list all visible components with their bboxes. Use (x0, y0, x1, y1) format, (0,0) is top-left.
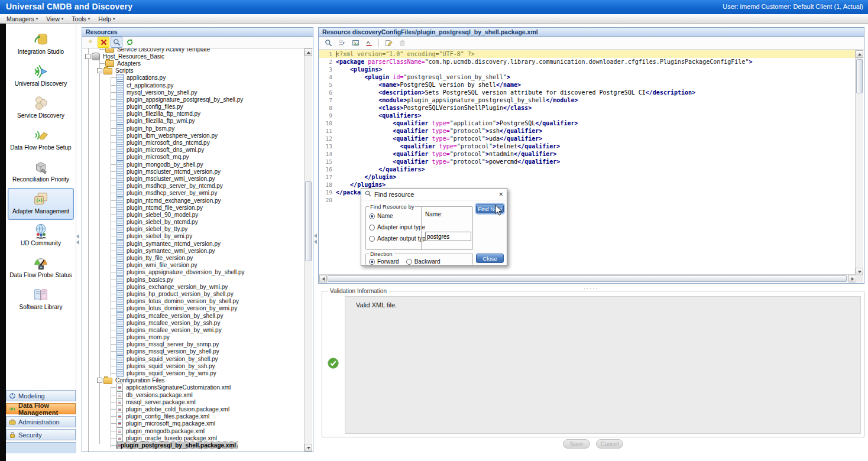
tree-item-plugin-appsignature-postgresql-by-shell-py[interactable]: plugin_appsignature_postgresql_by_shell.… (83, 96, 305, 103)
sidebar-item-adapter-management[interactable]: Adapter Management (8, 188, 74, 220)
tree-item-plugin-oracle-tuxedo-package-xml[interactable]: plugin_oracle_tuxedo.package.xml (83, 434, 305, 441)
tree-item-plugin-mscluster-ntcmd-version-py[interactable]: plugin_mscluster_ntcmd_version.py (83, 168, 305, 175)
tree-item-plugin-microsoft-mq-package-xml[interactable]: plugin_microsoft_mq.package.xml (83, 420, 305, 427)
radio-option-name[interactable]: Name (369, 210, 429, 222)
scroll-down-icon[interactable] (305, 444, 312, 452)
collapse-expander-icon[interactable]: - (85, 54, 90, 59)
code-hscrollbar-thumb[interactable] (328, 275, 847, 282)
scroll-up-icon[interactable] (856, 50, 863, 58)
tree-item-plugins-squid-version-by-wmi-py[interactable]: plugins_squid_version_by_wmi.py (83, 369, 305, 376)
tree-item-configuration-files[interactable]: -Configuration Files (83, 377, 305, 384)
tree-item-plugins-mcafee-version-by-shell-py[interactable]: plugins_mcafee_version_by_shell.py (83, 312, 305, 319)
tree-item-plugin-config-files-py[interactable]: plugin_config_files.py (83, 103, 305, 111)
tree-item-plugins-lotus-domino-version-by-wmi-py[interactable]: plugins_lotus_domino_version_by_wmi.py (83, 305, 305, 312)
tree-item-service-discovery-activity-template[interactable]: Service Discovery Activity Template (83, 48, 305, 53)
radio-forward[interactable] (369, 259, 375, 265)
code-line[interactable]: 6 <description>Sets PostgreSQL version a… (319, 89, 856, 96)
scroll-left-icon[interactable] (319, 275, 327, 283)
radio-option-forward[interactable]: Forward (369, 256, 399, 267)
goto-line-button[interactable] (336, 37, 348, 48)
radio-name[interactable] (369, 213, 375, 219)
tree-item-host-resources-basic[interactable]: -Host_Resources_Basic (83, 53, 305, 60)
sidebar-item-data-flow-probe-setup[interactable]: Data Flow Probe Setup (8, 124, 74, 156)
tree-item-plugin-wmi-file-version-py[interactable]: plugin_wmi_file_version.py (83, 262, 305, 269)
scroll-up-icon[interactable] (305, 48, 312, 56)
tree-item-plugin-adobe-cold-fusion-package-xml[interactable]: plugin_adobe_cold_fusion.package.xml (83, 405, 305, 413)
sidebar-item-ud-community[interactable]: UD Community (8, 220, 74, 252)
tree-item-plugin-postgresql-by-shell-package-xml[interactable]: plugin_postgresql_by_shell.package.xml (83, 441, 305, 449)
cancel-button[interactable]: Cancel (596, 439, 623, 449)
view-as-image-button[interactable] (349, 37, 361, 48)
code-line[interactable]: 12 <qualifier type="protocol">uda</quali… (319, 135, 856, 142)
code-line[interactable]: 4 <plugin id="postgresql_version_by_shel… (319, 73, 856, 81)
tree-item-adapters[interactable]: Adapters (83, 60, 305, 67)
save-button[interactable]: Save (563, 439, 590, 449)
sidebar-item-integration-studio[interactable]: Integration Studio (8, 28, 74, 60)
close-icon[interactable]: × (498, 190, 503, 198)
tree-item-plugins-hp-product-version-by-shell-py[interactable]: plugins_hp_product_version_by_shell.py (83, 290, 305, 297)
collapse-expander-icon[interactable]: - (97, 68, 102, 73)
tree-item-plugin-config-files-package-xml[interactable]: plugin_config_files.package.xml (83, 413, 305, 420)
tree-item-plugin-microsoft-mq-py[interactable]: plugin_microsoft_mq.py (83, 154, 305, 161)
tree-item-plugin-tty-file-version-py[interactable]: plugin_tty_file_version.py (83, 254, 305, 261)
tree-scrollbar[interactable] (304, 48, 312, 452)
tree-item-plugin-siebel-by-ntcmd-py[interactable]: plugin_siebel_by_ntcmd.py (83, 219, 305, 226)
tree-item-plugins-mssql-server-by-snmp-py[interactable]: plugins_mssql_server_by_snmp.py (83, 341, 305, 348)
tree-item-plugin-mscluster-wmi-version-py[interactable]: plugin_mscluster_wmi_version.py (83, 175, 305, 182)
refresh-button[interactable] (124, 37, 135, 48)
tree-item-plugins-squid-version-by-shell-py[interactable]: plugins_squid_version_by_shell.py (83, 355, 305, 362)
sidebar-item-service-discovery[interactable]: Service Discovery (8, 92, 74, 124)
tree-item-plugin-ntcmd-file-version-py[interactable]: plugin_ntcmd_file_version.py (83, 204, 305, 211)
tree-item-plugins-basics-py[interactable]: plugins_basics.py (83, 276, 305, 283)
find-text-button[interactable] (322, 37, 334, 48)
sidebar-item-reconciliation-priority[interactable]: Reconciliation Priority (8, 156, 74, 188)
sidebar-splitter-collapse[interactable] (76, 233, 80, 246)
tree-item-plugins-exchange-version-by-wmi-py[interactable]: plugins_exchange_version_by_wmi.py (83, 283, 305, 290)
tree-item-plugin-symantec-ntcmd-version-py[interactable]: plugin_symantec_ntcmd_version.py (83, 240, 305, 247)
tree-item-plugin-microsoft-dns-ntcmd-py[interactable]: plugin_microsoft_dns_ntcmd.py (83, 139, 305, 146)
name-input[interactable] (425, 232, 471, 241)
tree-item-plugin-siebel-by-wmi-py[interactable]: plugin_siebel_by_wmi.py (83, 233, 305, 240)
tree-item-applicationssignaturecustomization-xml[interactable]: applicationsSignatureCustomization.xml (83, 384, 305, 391)
edit-resource-button[interactable] (383, 37, 394, 48)
code-line[interactable]: 13 <qualifier type="protocol">telnet</qu… (319, 142, 856, 150)
delete-resource-button[interactable] (98, 37, 109, 48)
tree-item-plugin-hp-bsm-py[interactable]: plugin_hp_bsm.py (83, 125, 305, 132)
tree-item-cf-applications-py[interactable]: cf_applications.py (83, 82, 305, 89)
sidebar-item-data-flow-probe-status[interactable]: Data Flow Probe Status (8, 252, 74, 284)
code-line[interactable]: 5 <name>PostgreSQL version by shell</nam… (319, 81, 856, 89)
accordion-data-flow-management[interactable]: Data Flow Management (6, 403, 76, 414)
menu-tools[interactable]: Tools▾ (67, 15, 94, 22)
tree-item-plugin-symantec-wmi-version-py[interactable]: plugin_symantec_wmi_version.py (83, 247, 305, 254)
tree-item-db-versions-package-xml[interactable]: db_versions.package.xml (83, 391, 305, 398)
tree-item-mssql-server-package-xml[interactable]: mssql_server.package.xml (83, 398, 305, 405)
code-line[interactable]: 11 <qualifier type="protocol">ssh</quali… (319, 127, 856, 135)
radio-option-backward[interactable]: Backward (406, 256, 441, 267)
tree-item-plugins-squid-version-by-ssh-py[interactable]: plugins_squid_version_by_ssh.py (83, 362, 305, 369)
accordion-security[interactable]: Security (6, 429, 76, 440)
code-line[interactable]: 16 </qualifiers> (319, 165, 856, 173)
code-hscrollbar[interactable] (319, 274, 856, 283)
find-resource-button[interactable] (111, 37, 122, 48)
tree-item-plugin-filezilla-ftp-wmi-py[interactable]: plugin_filezilla_ftp_wmi.py (83, 118, 305, 125)
tree-item-plugins-appsignature-dbversion-by-shell-py[interactable]: plugins_appsignature_dbversion_by_shell.… (83, 269, 305, 276)
tree-scrollbar-thumb[interactable] (305, 181, 312, 261)
code-line[interactable]: 14 <qualifier type="protocol">ntadmin</q… (319, 150, 856, 158)
code-line[interactable]: 1<?xml version="1.0" encoding="UTF-8" ?> (319, 50, 856, 58)
tree-item-plugin-msdhcp-server-by-ntcmd-py[interactable]: plugin_msdhcp_server_by_ntcmd.py (83, 183, 305, 190)
tree-item-plugin-mongodb-package-xml[interactable]: plugin_mongodb.package.xml (83, 427, 305, 434)
accordion-administration[interactable]: Administration (6, 416, 76, 427)
code-line[interactable]: 17 </plugin> (319, 173, 856, 181)
font-settings-button[interactable]: A (363, 37, 375, 48)
tree-item-plugins-mssql-version-by-shell-py[interactable]: plugins_mssql_version_by_shell.py (83, 348, 305, 355)
tree-item-mysql-version-by-shell-py[interactable]: mysql_version_by_shell.py (83, 89, 305, 96)
radio-backward[interactable] (406, 259, 412, 265)
tree-item-plugin-filezilla-ftp-ntcmd-py[interactable]: plugin_filezilla_ftp_ntcmd.py (83, 111, 305, 118)
close-button[interactable]: Close (476, 254, 504, 263)
tree-item-plugins-mcafee-version-by-ssh-py[interactable]: plugins_mcafee_version_by_ssh.py (83, 319, 305, 326)
collapse-expander-icon[interactable]: - (97, 378, 102, 383)
code-line[interactable]: 7 <module>plugin_appsignature_postgresql… (319, 96, 856, 104)
tree-item-plugin-ntcmd-exchange-version-py[interactable]: plugin_ntcmd_exchange_version.py (83, 197, 305, 204)
menu-view[interactable]: View▾ (42, 15, 67, 22)
tree-item-plugins-mom-py[interactable]: plugins_mom.py (83, 334, 305, 341)
